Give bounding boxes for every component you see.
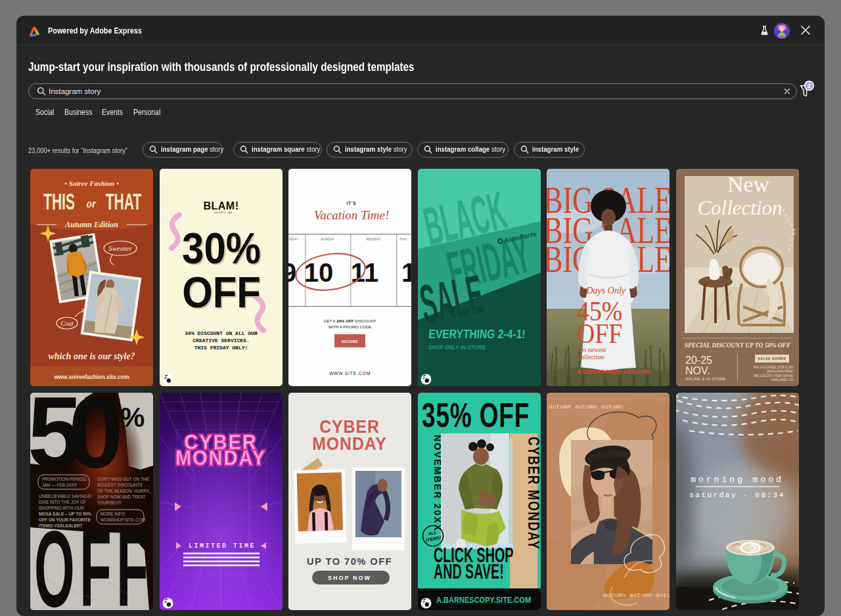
svg-text:DIVE INTO THE JOY OF: DIVE INTO THE JOY OF bbox=[39, 500, 86, 504]
svg-text:YOURSELF!: YOURSELF! bbox=[97, 500, 122, 505]
svg-text:MONDAY: MONDAY bbox=[367, 238, 382, 241]
svg-text:CYBER: CYBER bbox=[319, 417, 380, 436]
svg-text:saturday · 08:34: saturday · 08:34 bbox=[689, 491, 785, 499]
svg-text:EVERYTHING 2-4-1!: EVERYTHING 2-4-1! bbox=[428, 327, 526, 341]
svg-text:OFF: OFF bbox=[182, 268, 261, 316]
svg-text:2: 2 bbox=[807, 82, 811, 89]
svg-text:NOV.: NOV. bbox=[685, 365, 710, 376]
svg-text:THIS: THIS bbox=[43, 188, 75, 214]
svg-text:SALE: SALE bbox=[418, 263, 488, 334]
svg-text:or: or bbox=[87, 197, 97, 210]
svg-text:AND SAVE!: AND SAVE! bbox=[434, 560, 504, 583]
svg-text:THAT: THAT bbox=[106, 188, 142, 214]
svg-text:ONLINE & IN STORE: ONLINE & IN STORE bbox=[685, 377, 726, 381]
svg-text:9: 9 bbox=[288, 258, 296, 287]
svg-text:20CODE: 20CODE bbox=[342, 340, 358, 343]
svg-text:WITH A PROMO CODE: WITH A PROMO CODE bbox=[329, 324, 372, 329]
svg-text:SHOP ONLY IN-STORE: SHOP ONLY IN-STORE bbox=[428, 343, 486, 351]
svg-text:SHOP NOW: SHOP NOW bbox=[328, 575, 371, 581]
svg-text:SALSA SOIREE: SALSA SOIREE bbox=[758, 357, 786, 361]
svg-text:THIS FRIDAY ONLY!: THIS FRIDAY ONLY! bbox=[194, 345, 248, 351]
svg-text:30%: 30% bbox=[182, 224, 261, 272]
svg-text:30% DISCOUNT ON ALL OUR: 30% DISCOUNT ON ALL OUR bbox=[185, 330, 258, 336]
svg-text:BIGGEST DISCOUNTS: BIGGEST DISCOUNTS bbox=[97, 483, 143, 487]
svg-text:A.BARNESCOPY.SITE.COM: A.BARNESCOPY.SITE.COM bbox=[436, 595, 531, 605]
svg-text:UNBELIEVABLE SAVINGS!: UNBELIEVABLE SAVINGS! bbox=[39, 494, 92, 498]
svg-text:@SALSASOIREE: @SALSASOIREE bbox=[767, 369, 794, 373]
svg-text:PROMOTION PERIOD:: PROMOTION PERIOD: bbox=[42, 477, 87, 481]
svg-text:DON'T MISS OUT ON THE: DON'T MISS OUT ON THE bbox=[97, 477, 150, 481]
svg-text:CYBER MONDAY: CYBER MONDAY bbox=[524, 437, 541, 550]
svg-text:35% OFF: 35% OFF bbox=[422, 395, 530, 434]
svg-text:autumn autumn autumn: autumn autumn autumn bbox=[549, 403, 624, 410]
svg-text:CREATIVE SERVICES.: CREATIVE SERVICES. bbox=[193, 338, 249, 343]
svg-text:Collection: Collection bbox=[697, 196, 782, 219]
svg-text:www.soireefashion.site.com: www.soireefashion.site.com bbox=[54, 374, 129, 380]
svg-text:1: 1 bbox=[401, 258, 411, 287]
svg-text:New: New bbox=[727, 172, 770, 196]
svg-text:collection: collection bbox=[578, 353, 604, 361]
svg-text:Vacation Time!: Vacation Time! bbox=[314, 208, 390, 222]
svg-text:autumn autumn autumn: autumn autumn autumn bbox=[603, 592, 670, 599]
svg-text:IT'S: IT'S bbox=[347, 201, 357, 206]
svg-text:BLAM!: BLAM! bbox=[203, 200, 239, 211]
svg-text:OFF: OFF bbox=[34, 508, 153, 609]
svg-text:DESIGN LAB: DESIGN LAB bbox=[214, 211, 233, 214]
svg-text:10: 10 bbox=[304, 258, 334, 287]
svg-text:SHOP NOW AND TREAT: SHOP NOW AND TREAT bbox=[97, 495, 146, 499]
svg-text:MONDAY: MONDAY bbox=[175, 445, 266, 469]
svg-text:a.barnescopy.site.com: a.barnescopy.site.com bbox=[577, 367, 650, 375]
svg-text:Autumn Edition: Autumn Edition bbox=[64, 220, 118, 229]
svg-text:which one is our style?: which one is our style? bbox=[48, 351, 135, 361]
svg-text:Coat: Coat bbox=[60, 320, 74, 327]
svg-text:JAN — FEB 20XX: JAN — FEB 20XX bbox=[42, 483, 77, 487]
svg-text:• Soiree Fashion •: • Soiree Fashion • bbox=[64, 179, 119, 187]
svg-text:%: % bbox=[120, 402, 145, 433]
svg-text:SUNDAY: SUNDAY bbox=[321, 238, 335, 241]
svg-text:SPECIAL DISCOUNT UP TO 50% OFF: SPECIAL DISCOUNT UP TO 50% OFF bbox=[685, 342, 791, 349]
svg-text:LIMITED TIME: LIMITED TIME bbox=[189, 542, 256, 550]
svg-text:GET A 20% OFF DISCOUNT: GET A 20% OFF DISCOUNT bbox=[324, 319, 376, 323]
svg-text:MONDAY: MONDAY bbox=[312, 434, 387, 453]
svg-text:WWW.SITE.COM: WWW.SITE.COM bbox=[329, 371, 371, 376]
svg-text:2 Days Only: 2 Days Only bbox=[580, 286, 626, 296]
svg-text:OFF: OFF bbox=[577, 318, 622, 349]
svg-text:UP TO 70% OFF: UP TO 70% OFF bbox=[307, 555, 392, 566]
svg-text:RDAY: RDAY bbox=[289, 238, 299, 241]
svg-text:morning mood: morning mood bbox=[691, 475, 784, 485]
svg-text:20-25: 20-25 bbox=[685, 355, 712, 366]
svg-text:OAKLAND, CA: OAKLAND, CA bbox=[771, 378, 793, 382]
svg-text:OF THE SEASON. HURRY,: OF THE SEASON. HURRY, bbox=[97, 489, 150, 493]
svg-text:Sweater: Sweater bbox=[108, 244, 132, 252]
svg-text:On newest: On newest bbox=[578, 346, 606, 353]
svg-text:THU: THU bbox=[399, 238, 407, 241]
